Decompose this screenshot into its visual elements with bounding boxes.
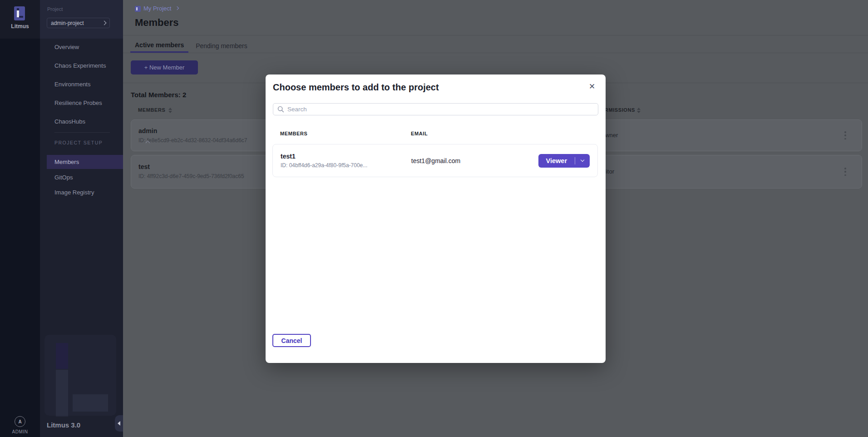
- page-title: Members: [135, 17, 179, 29]
- sidebar-item-image-registry[interactable]: Image Registry: [40, 185, 123, 200]
- tab-pending-members[interactable]: Pending members: [191, 39, 252, 53]
- candidate-name: test1: [281, 153, 411, 160]
- user-avatar[interactable]: A: [15, 416, 25, 427]
- sort-icon[interactable]: [637, 108, 641, 113]
- header-divider: [123, 35, 868, 35]
- search-icon: [277, 106, 284, 113]
- project-select-value: admin-project: [51, 20, 103, 26]
- project-setup-nav: Members GitOps Image Registry: [40, 155, 123, 200]
- project-select[interactable]: admin-project: [47, 18, 110, 28]
- brand-name: Litmus: [0, 23, 40, 30]
- breadcrumb-project-icon: [135, 6, 141, 12]
- sidebar-nav: Overview Chaos Experiments Environments …: [40, 38, 123, 131]
- sidebar-item-members[interactable]: Members: [47, 155, 123, 169]
- project-setup-label[interactable]: PROJECT SETUP: [54, 140, 103, 145]
- member-name: test: [138, 163, 150, 170]
- chevron-right-icon: [102, 21, 107, 25]
- sidebar-item-environments[interactable]: Environments: [40, 75, 123, 94]
- user-role-label: ADMIN: [0, 429, 40, 434]
- member-id: ID: fe8e5cd9-eb2c-4d32-8632-04df34a6d6c7: [138, 137, 247, 144]
- new-member-button[interactable]: + New Member: [131, 60, 198, 74]
- close-icon[interactable]: ✕: [587, 81, 597, 92]
- brand-rail: Litmus A ADMIN: [0, 0, 40, 437]
- dialog-column-email: EMAIL: [411, 131, 428, 136]
- kebab-menu-icon[interactable]: [842, 131, 848, 139]
- total-members-label: Total Members: 2: [131, 91, 186, 99]
- sidebar-item-resilience-probes[interactable]: Resilience Probes: [40, 94, 123, 112]
- project-label: Project: [47, 6, 63, 12]
- sidebar-item-chaos-experiments[interactable]: Chaos Experiments: [40, 56, 123, 75]
- member-name: admin: [138, 127, 157, 134]
- sidebar: Project admin-project Overview Chaos Exp…: [40, 0, 123, 437]
- candidate-email: test1@gmail.com: [411, 157, 538, 164]
- sidebar-item-chaoshubs[interactable]: ChaosHubs: [40, 112, 123, 131]
- member-id: ID: 4ff92c3d-d6e7-459c-9ed5-736fd2f0ac65: [138, 173, 244, 179]
- litmus-app: Litmus A ADMIN Project admin-project Ove…: [0, 0, 868, 437]
- role-dropdown-button[interactable]: [575, 154, 590, 168]
- tabs-divider: [123, 53, 868, 53]
- search-box: [273, 103, 598, 115]
- add-members-dialog: Choose members to add to the project ✕ M…: [266, 74, 606, 363]
- breadcrumb-chevron-icon: [175, 6, 179, 10]
- litmus-watermark-logo: [44, 335, 116, 416]
- litmus-logo-icon[interactable]: [14, 6, 25, 20]
- sidebar-item-gitops[interactable]: GitOps: [40, 170, 123, 185]
- breadcrumb-link[interactable]: My Project: [143, 5, 171, 12]
- members-tabs: Active members Pending members: [130, 39, 255, 53]
- dialog-title: Choose members to add to the project: [273, 82, 439, 93]
- tab-active-members[interactable]: Active members: [130, 39, 188, 53]
- collapse-arrow-icon: [118, 421, 120, 426]
- candidate-id: ID: 04bff4d6-a29a-4f80-9f5a-700e...: [281, 162, 411, 169]
- column-header-members: MEMBERS: [138, 107, 165, 113]
- role-split-button: Viewer: [538, 154, 590, 168]
- collapse-sidebar-button[interactable]: [115, 415, 123, 432]
- viewer-button[interactable]: Viewer: [538, 157, 575, 164]
- app-version: Litmus 3.0: [47, 421, 80, 429]
- dialog-column-members: MEMBERS: [280, 131, 307, 136]
- cancel-button[interactable]: Cancel: [272, 334, 311, 347]
- sort-icon[interactable]: [168, 108, 172, 113]
- chevron-down-icon: [581, 158, 584, 162]
- sidebar-divider: [54, 132, 110, 133]
- kebab-menu-icon[interactable]: [842, 168, 848, 176]
- search-input[interactable]: [287, 106, 598, 113]
- sidebar-item-overview[interactable]: Overview: [40, 38, 123, 56]
- candidate-row-test1: test1 ID: 04bff4d6-a29a-4f80-9f5a-700e..…: [272, 144, 598, 177]
